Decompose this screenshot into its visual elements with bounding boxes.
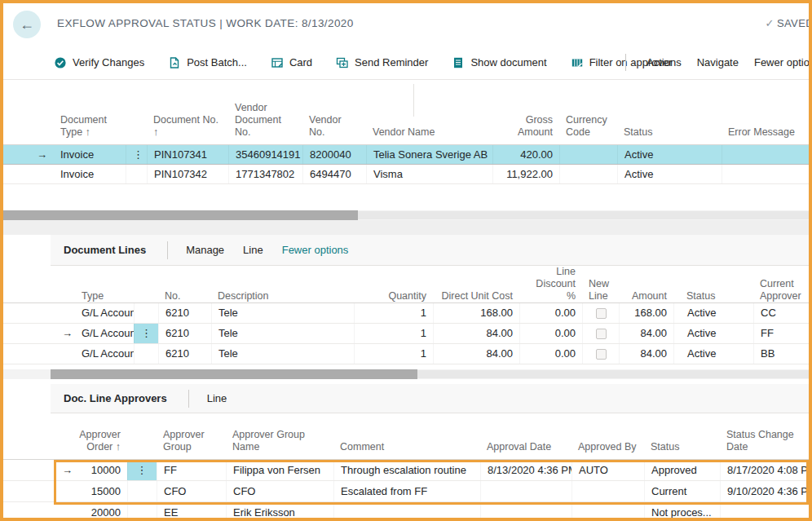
col-header-no[interactable]: No.	[158, 266, 211, 308]
cell-status[interactable]: Current	[644, 481, 720, 501]
cell-no[interactable]: 6210	[158, 303, 211, 323]
cell-approver-order[interactable]: 15000	[77, 481, 127, 501]
cell-quantity[interactable]: 1	[354, 324, 433, 343]
cell-approver-order[interactable]: 10000	[77, 460, 127, 480]
post-batch-button[interactable]: Post Batch...	[168, 56, 247, 69]
cell-comment[interactable]	[333, 502, 480, 521]
table-row[interactable]: 15000 CFO CFO Escalated from FF Current …	[3, 481, 809, 502]
cell-approver-group-name[interactable]: CFO	[226, 481, 333, 501]
cell-status[interactable]: Active	[673, 324, 753, 343]
cell-document-type[interactable]: Invoice	[54, 165, 126, 183]
col-header-status[interactable]: Status	[617, 80, 722, 144]
cell-vendor-no[interactable]: 8200040	[302, 145, 366, 164]
tab-line[interactable]: Line	[207, 392, 227, 404]
table-row[interactable]: 20000 EE Erik Eriksson Not proces...	[3, 502, 809, 521]
navigate-menu[interactable]: Navigate	[697, 56, 739, 68]
cell-no[interactable]: 6210	[158, 324, 211, 343]
cell-amount[interactable]: 84.00	[619, 324, 673, 343]
cell-line-discount[interactable]: 0.00	[519, 303, 582, 323]
cell-document-type[interactable]: Invoice	[54, 145, 126, 164]
document-lines-title[interactable]: Document Lines	[64, 244, 146, 256]
fewer-options-menu[interactable]: Fewer options	[754, 56, 812, 68]
cell-vendor-no[interactable]: 6494470	[302, 165, 366, 183]
cell-status[interactable]: Not proces...	[644, 502, 720, 521]
col-header-vendor-no[interactable]: Vendor No.	[302, 80, 366, 144]
cell-current-approver[interactable]: CC	[753, 303, 809, 323]
cell-description[interactable]: Tele	[211, 344, 354, 364]
cell-type[interactable]: G/L Account	[75, 344, 134, 364]
cell-direct-unit-cost[interactable]: 84.00	[433, 344, 519, 364]
cell-amount[interactable]: 84.00	[619, 344, 673, 364]
cell-status[interactable]: Active	[617, 145, 722, 164]
cell-status[interactable]: Active	[673, 344, 753, 364]
cell-error-message[interactable]	[722, 165, 809, 183]
cell-type[interactable]: G/L Account	[75, 303, 134, 323]
cell-approval-date[interactable]	[480, 502, 571, 521]
cell-status-change-date[interactable]: 8/17/2020 4:08 PM	[720, 460, 809, 480]
cell-approver-group[interactable]: CFO	[157, 481, 226, 501]
col-header-approver-group[interactable]: Approver Group	[157, 413, 226, 459]
cell-vendor-name[interactable]: Telia Sonera Sverige AB	[366, 145, 492, 164]
verify-changes-button[interactable]: Verify Changes	[54, 56, 144, 69]
cell-line-discount[interactable]: 0.00	[519, 324, 582, 343]
cell-status-change-date[interactable]: 9/10/2020 4:36 PM	[720, 481, 809, 501]
col-header-approval-date[interactable]: Approval Date	[480, 413, 571, 459]
col-header-line-discount[interactable]: Line Discount %	[519, 266, 582, 308]
cell-document-no[interactable]: PIN107341	[147, 145, 228, 164]
cell-approved-by[interactable]: AUTO	[571, 460, 644, 480]
cell-approver-group[interactable]: EE	[157, 502, 226, 521]
cell-approver-group-name[interactable]: Filippa von Fersen	[226, 460, 333, 480]
cell-direct-unit-cost[interactable]: 168.00	[433, 303, 519, 323]
col-header-vendor-name[interactable]: Vendor Name	[366, 80, 492, 144]
cell-vendor-name[interactable]: Visma	[366, 165, 492, 183]
cell-line-discount[interactable]: 0.00	[519, 344, 582, 364]
cell-no[interactable]: 6210	[158, 344, 211, 364]
cell-currency-code[interactable]	[559, 165, 617, 183]
cell-description[interactable]: Tele	[211, 303, 354, 323]
cell-quantity[interactable]: 1	[354, 344, 433, 364]
col-header-quantity[interactable]: Quantity	[354, 266, 433, 308]
cell-approval-date[interactable]	[480, 481, 571, 501]
table-row[interactable]: → 10000 ⋮ FF Filippa von Fersen Through …	[3, 460, 809, 481]
new-line-checkbox[interactable]	[596, 329, 607, 339]
cell-approved-by[interactable]	[571, 502, 644, 521]
row-menu-icon[interactable]: ⋮	[134, 324, 158, 343]
col-header-status-change-date[interactable]: Status Change Date	[720, 413, 809, 459]
cell-description[interactable]: Tele	[211, 324, 354, 343]
col-header-document-no[interactable]: Document No. ↑	[147, 80, 228, 144]
col-header-current-approver[interactable]: Current Approver	[753, 266, 809, 308]
cell-quantity[interactable]: 1	[354, 303, 433, 323]
cell-direct-unit-cost[interactable]: 84.00	[433, 324, 519, 343]
col-header-currency-code[interactable]: Currency Code	[559, 80, 617, 144]
col-header-document-type[interactable]: Document Type ↑	[54, 80, 126, 144]
col-header-gross-amount[interactable]: Gross Amount	[492, 80, 559, 144]
doc-line-approvers-title[interactable]: Doc. Line Approvers	[64, 392, 167, 404]
table-row[interactable]: G/L Account 6210 Tele 1 84.00 0.00 84.00…	[3, 344, 809, 364]
cell-approver-order[interactable]: 20000	[77, 502, 127, 521]
cell-status[interactable]: Approved	[644, 460, 720, 480]
back-button[interactable]: ←	[13, 11, 41, 38]
col-header-comment[interactable]: Comment	[333, 413, 480, 459]
table-row[interactable]: → Invoice ⋮ PIN107341 35460914191 820004…	[3, 145, 809, 165]
cell-vendor-document-no[interactable]: 1771347802	[228, 165, 302, 183]
cell-gross-amount[interactable]: 420.00	[492, 145, 559, 164]
cell-document-no[interactable]: PIN107342	[147, 165, 228, 183]
cell-gross-amount[interactable]: 11,922.00	[492, 165, 559, 183]
scrollbar-thumb[interactable]	[51, 369, 417, 379]
col-header-approver-group-name[interactable]: Approver Group Name	[226, 413, 333, 459]
col-header-approver-order[interactable]: Approver Order ↑	[77, 413, 127, 459]
table-row[interactable]: G/L Account 6210 Tele 1 168.00 0.00 168.…	[3, 303, 809, 324]
cell-approved-by[interactable]	[571, 481, 644, 501]
cell-currency-code[interactable]	[559, 145, 617, 164]
col-header-description[interactable]: Description	[211, 266, 354, 308]
cell-error-message[interactable]	[722, 145, 809, 164]
new-line-checkbox[interactable]	[596, 349, 607, 360]
cell-approval-date[interactable]: 8/13/2020 4:36 PM	[480, 460, 571, 480]
cell-current-approver[interactable]: FF	[753, 324, 809, 343]
tab-line[interactable]: Line	[243, 244, 263, 256]
col-header-error-message[interactable]: Error Message	[722, 80, 809, 144]
cell-current-approver[interactable]: BB	[753, 344, 809, 364]
col-header-type[interactable]: Type	[75, 266, 134, 308]
tab-manage[interactable]: Manage	[186, 244, 224, 256]
col-header-new-line[interactable]: New Line	[582, 266, 619, 308]
